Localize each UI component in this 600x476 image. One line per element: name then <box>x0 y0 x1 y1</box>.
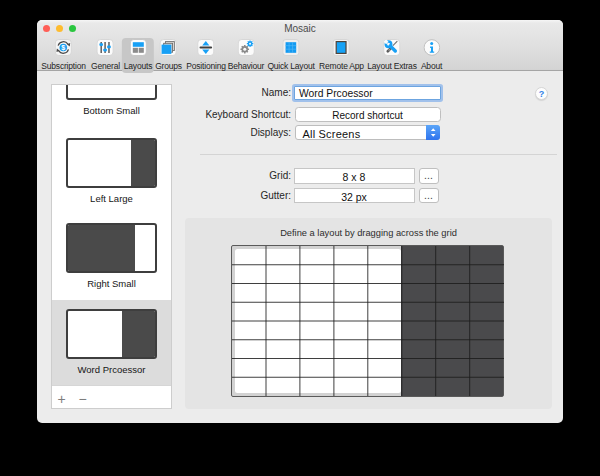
svg-text:$: $ <box>62 44 66 52</box>
